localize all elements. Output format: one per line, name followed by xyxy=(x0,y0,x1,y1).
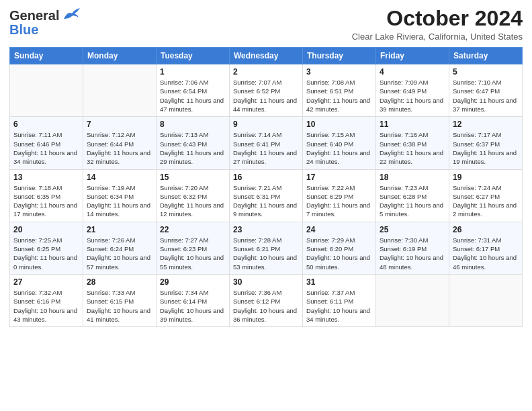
day-number: 30 xyxy=(233,277,299,287)
day-number: 9 xyxy=(233,120,299,129)
page: General Blue October 2024 Clear Lake Riv… xyxy=(0,0,532,334)
day-info: Sunrise: 7:21 AM Sunset: 6:31 PM Dayligh… xyxy=(233,183,299,219)
calendar-cell: 14Sunrise: 7:19 AM Sunset: 6:34 PM Dayli… xyxy=(83,169,157,222)
col-sunday: Sunday xyxy=(10,48,83,64)
day-info: Sunrise: 7:11 AM Sunset: 6:46 PM Dayligh… xyxy=(13,130,79,166)
calendar-week-row: 13Sunrise: 7:18 AM Sunset: 6:35 PM Dayli… xyxy=(10,169,523,222)
day-info: Sunrise: 7:12 AM Sunset: 6:44 PM Dayligh… xyxy=(87,130,152,166)
calendar-cell xyxy=(376,274,449,326)
day-number: 18 xyxy=(380,173,445,182)
day-info: Sunrise: 7:13 AM Sunset: 6:43 PM Dayligh… xyxy=(160,130,226,166)
col-tuesday: Tuesday xyxy=(157,48,230,64)
calendar-cell: 31Sunrise: 7:37 AM Sunset: 6:11 PM Dayli… xyxy=(303,274,376,326)
day-info: Sunrise: 7:24 AM Sunset: 6:27 PM Dayligh… xyxy=(453,183,519,219)
day-info: Sunrise: 7:20 AM Sunset: 6:32 PM Dayligh… xyxy=(160,183,226,219)
day-number: 3 xyxy=(306,67,372,77)
day-info: Sunrise: 7:36 AM Sunset: 6:12 PM Dayligh… xyxy=(233,288,299,324)
calendar-cell: 28Sunrise: 7:33 AM Sunset: 6:15 PM Dayli… xyxy=(83,274,157,326)
day-number: 10 xyxy=(306,120,372,129)
day-info: Sunrise: 7:16 AM Sunset: 6:38 PM Dayligh… xyxy=(380,130,445,166)
col-monday: Monday xyxy=(83,48,157,64)
day-info: Sunrise: 7:25 AM Sunset: 6:25 PM Dayligh… xyxy=(13,236,79,271)
calendar-cell: 26Sunrise: 7:31 AM Sunset: 6:17 PM Dayli… xyxy=(449,222,523,274)
day-info: Sunrise: 7:06 AM Sunset: 6:54 PM Dayligh… xyxy=(160,78,226,113)
day-info: Sunrise: 7:07 AM Sunset: 6:52 PM Dayligh… xyxy=(233,78,299,113)
calendar-header-row: Sunday Monday Tuesday Wednesday Thursday… xyxy=(10,48,523,64)
calendar-cell: 4Sunrise: 7:09 AM Sunset: 6:49 PM Daylig… xyxy=(376,64,449,117)
day-info: Sunrise: 7:10 AM Sunset: 6:47 PM Dayligh… xyxy=(453,78,519,113)
calendar-cell: 27Sunrise: 7:32 AM Sunset: 6:16 PM Dayli… xyxy=(10,274,83,326)
day-number: 19 xyxy=(453,173,519,182)
col-friday: Friday xyxy=(376,48,449,64)
day-info: Sunrise: 7:26 AM Sunset: 6:24 PM Dayligh… xyxy=(87,236,152,271)
logo-text: General xyxy=(9,8,59,24)
day-info: Sunrise: 7:09 AM Sunset: 6:49 PM Dayligh… xyxy=(380,78,445,113)
calendar-cell: 18Sunrise: 7:23 AM Sunset: 6:28 PM Dayli… xyxy=(376,169,449,222)
day-info: Sunrise: 7:30 AM Sunset: 6:19 PM Dayligh… xyxy=(380,236,445,271)
calendar-cell: 3Sunrise: 7:08 AM Sunset: 6:51 PM Daylig… xyxy=(303,64,376,117)
logo-bird-icon xyxy=(62,7,81,25)
calendar-cell: 30Sunrise: 7:36 AM Sunset: 6:12 PM Dayli… xyxy=(230,274,303,326)
day-info: Sunrise: 7:29 AM Sunset: 6:20 PM Dayligh… xyxy=(306,236,372,271)
day-info: Sunrise: 7:14 AM Sunset: 6:41 PM Dayligh… xyxy=(233,130,299,166)
day-number: 2 xyxy=(233,67,299,77)
title-block: October 2024 Clear Lake Riviera, Califor… xyxy=(352,7,523,42)
day-info: Sunrise: 7:37 AM Sunset: 6:11 PM Dayligh… xyxy=(306,288,372,324)
calendar-cell: 24Sunrise: 7:29 AM Sunset: 6:20 PM Dayli… xyxy=(303,222,376,274)
day-info: Sunrise: 7:32 AM Sunset: 6:16 PM Dayligh… xyxy=(13,288,79,324)
day-info: Sunrise: 7:17 AM Sunset: 6:37 PM Dayligh… xyxy=(453,130,519,166)
calendar-cell: 20Sunrise: 7:25 AM Sunset: 6:25 PM Dayli… xyxy=(10,222,83,274)
day-info: Sunrise: 7:27 AM Sunset: 6:23 PM Dayligh… xyxy=(160,236,226,271)
calendar-cell: 1Sunrise: 7:06 AM Sunset: 6:54 PM Daylig… xyxy=(157,64,230,117)
calendar-cell: 11Sunrise: 7:16 AM Sunset: 6:38 PM Dayli… xyxy=(376,117,449,169)
calendar-cell: 25Sunrise: 7:30 AM Sunset: 6:19 PM Dayli… xyxy=(376,222,449,274)
calendar-week-row: 20Sunrise: 7:25 AM Sunset: 6:25 PM Dayli… xyxy=(10,222,523,274)
calendar-cell: 13Sunrise: 7:18 AM Sunset: 6:35 PM Dayli… xyxy=(10,169,83,222)
day-info: Sunrise: 7:33 AM Sunset: 6:15 PM Dayligh… xyxy=(87,288,152,324)
day-info: Sunrise: 7:34 AM Sunset: 6:14 PM Dayligh… xyxy=(160,288,226,324)
col-thursday: Thursday xyxy=(303,48,376,64)
day-number: 4 xyxy=(380,67,445,77)
calendar-week-row: 6Sunrise: 7:11 AM Sunset: 6:46 PM Daylig… xyxy=(10,117,523,169)
col-wednesday: Wednesday xyxy=(230,48,303,64)
day-number: 7 xyxy=(87,120,152,129)
calendar-cell: 7Sunrise: 7:12 AM Sunset: 6:44 PM Daylig… xyxy=(83,117,157,169)
day-number: 25 xyxy=(380,225,445,234)
day-number: 23 xyxy=(233,225,299,234)
calendar-cell xyxy=(83,64,157,117)
day-number: 28 xyxy=(87,277,152,287)
col-saturday: Saturday xyxy=(449,48,523,64)
day-info: Sunrise: 7:08 AM Sunset: 6:51 PM Dayligh… xyxy=(306,78,372,113)
calendar-cell: 15Sunrise: 7:20 AM Sunset: 6:32 PM Dayli… xyxy=(157,169,230,222)
header: General Blue October 2024 Clear Lake Riv… xyxy=(9,7,523,42)
day-info: Sunrise: 7:23 AM Sunset: 6:28 PM Dayligh… xyxy=(380,183,445,219)
calendar-cell: 21Sunrise: 7:26 AM Sunset: 6:24 PM Dayli… xyxy=(83,222,157,274)
day-number: 8 xyxy=(160,120,226,129)
calendar-cell: 8Sunrise: 7:13 AM Sunset: 6:43 PM Daylig… xyxy=(157,117,230,169)
calendar: Sunday Monday Tuesday Wednesday Thursday… xyxy=(9,47,523,327)
calendar-cell: 2Sunrise: 7:07 AM Sunset: 6:52 PM Daylig… xyxy=(230,64,303,117)
day-number: 14 xyxy=(87,173,152,182)
day-number: 13 xyxy=(13,173,79,182)
calendar-cell: 5Sunrise: 7:10 AM Sunset: 6:47 PM Daylig… xyxy=(449,64,523,117)
day-number: 26 xyxy=(453,225,519,234)
calendar-cell: 6Sunrise: 7:11 AM Sunset: 6:46 PM Daylig… xyxy=(10,117,83,169)
day-number: 27 xyxy=(13,277,79,287)
location: Clear Lake Riviera, California, United S… xyxy=(352,32,523,42)
calendar-cell: 22Sunrise: 7:27 AM Sunset: 6:23 PM Dayli… xyxy=(157,222,230,274)
calendar-cell: 17Sunrise: 7:22 AM Sunset: 6:29 PM Dayli… xyxy=(303,169,376,222)
day-info: Sunrise: 7:15 AM Sunset: 6:40 PM Dayligh… xyxy=(306,130,372,166)
day-info: Sunrise: 7:22 AM Sunset: 6:29 PM Dayligh… xyxy=(306,183,372,219)
day-number: 1 xyxy=(160,67,226,77)
calendar-cell: 10Sunrise: 7:15 AM Sunset: 6:40 PM Dayli… xyxy=(303,117,376,169)
calendar-week-row: 27Sunrise: 7:32 AM Sunset: 6:16 PM Dayli… xyxy=(10,274,523,326)
day-number: 29 xyxy=(160,277,226,287)
calendar-cell xyxy=(449,274,523,326)
day-number: 20 xyxy=(13,225,79,234)
day-number: 12 xyxy=(453,120,519,129)
day-number: 6 xyxy=(13,120,79,129)
calendar-week-row: 1Sunrise: 7:06 AM Sunset: 6:54 PM Daylig… xyxy=(10,64,523,117)
day-info: Sunrise: 7:31 AM Sunset: 6:17 PM Dayligh… xyxy=(453,236,519,271)
day-info: Sunrise: 7:18 AM Sunset: 6:35 PM Dayligh… xyxy=(13,183,79,219)
logo: General Blue xyxy=(9,7,81,38)
